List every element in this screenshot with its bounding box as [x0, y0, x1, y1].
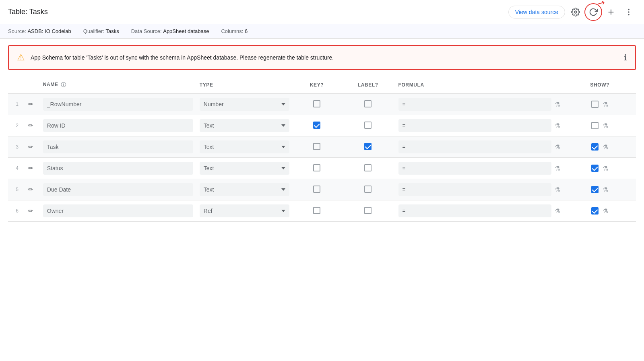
svg-point-5 [628, 14, 630, 15]
key-checkbox[interactable] [313, 164, 320, 171]
edit-icon-cell: ✏ [22, 200, 40, 222]
row-number: 3 [8, 136, 22, 158]
formula-input[interactable] [398, 204, 552, 217]
name-cell [40, 200, 196, 222]
edit-icon[interactable]: ✏ [28, 143, 33, 150]
key-checkbox[interactable] [313, 207, 320, 214]
label-cell [341, 136, 395, 158]
add-button[interactable] [604, 5, 618, 19]
formula-input[interactable] [398, 183, 552, 196]
flask-icon[interactable]: ⚗ [555, 186, 560, 194]
formula-input[interactable] [398, 140, 552, 153]
key-cell [293, 94, 341, 115]
show-cell: ⚗ [564, 158, 636, 179]
label-checkbox[interactable] [364, 186, 372, 193]
key-checkbox[interactable] [313, 100, 320, 107]
columns-table-container: NAME ⓘ TYPE KEY? LABEL? FORMULA SHOW? 1✏… [0, 76, 644, 222]
flask-icon[interactable]: ⚗ [555, 101, 560, 108]
show-checkbox[interactable] [591, 101, 599, 108]
show-checkbox[interactable] [591, 165, 599, 172]
th-name: NAME ⓘ [40, 76, 196, 94]
name-info-icon[interactable]: ⓘ [61, 82, 66, 88]
show-flask-icon[interactable]: ⚗ [603, 165, 608, 172]
show-flask-icon[interactable]: ⚗ [603, 143, 608, 151]
add-icon [607, 8, 615, 17]
show-flask-icon[interactable]: ⚗ [603, 122, 608, 130]
formula-input[interactable] [398, 162, 552, 175]
type-select[interactable]: TextNumberDateRefLongTextEmailDecimalYes… [200, 98, 289, 111]
formula-input[interactable] [398, 119, 552, 132]
th-row-num [8, 76, 22, 94]
edit-icon[interactable]: ✏ [28, 186, 33, 193]
name-input[interactable] [43, 119, 193, 132]
type-select[interactable]: TextNumberDateRefLongTextEmailDecimalYes… [200, 140, 289, 153]
label-cell [341, 158, 395, 179]
key-cell [293, 179, 341, 200]
label-checkbox[interactable] [364, 164, 372, 171]
key-checkbox[interactable] [313, 143, 320, 150]
key-cell [293, 158, 341, 179]
th-type: TYPE [196, 76, 293, 94]
label-cell [341, 115, 395, 136]
type-select[interactable]: TextNumberDateRefLongTextEmailDecimalYes… [200, 162, 289, 175]
alert-banner: ⚠ App Schema for table 'Tasks' is out of… [8, 45, 636, 70]
show-checkbox[interactable] [591, 122, 599, 129]
name-input[interactable] [43, 98, 193, 111]
type-select[interactable]: TextNumberDateRefLongTextEmailDecimalYes… [200, 183, 289, 196]
show-flask-icon[interactable]: ⚗ [603, 207, 608, 215]
show-flask-icon[interactable]: ⚗ [603, 101, 608, 108]
show-checkbox[interactable] [591, 143, 599, 151]
label-checkbox[interactable] [364, 100, 372, 107]
page-title: Table: Tasks [8, 8, 48, 16]
show-checkbox[interactable] [591, 207, 599, 215]
name-input[interactable] [43, 204, 193, 217]
settings-icon-button[interactable] [568, 5, 583, 19]
flask-icon[interactable]: ⚗ [555, 207, 560, 215]
label-checkbox[interactable] [364, 207, 372, 214]
formula-input[interactable] [398, 98, 552, 111]
edit-icon[interactable]: ✏ [28, 207, 33, 214]
edit-icon[interactable]: ✏ [28, 101, 33, 107]
key-cell [293, 200, 341, 222]
row-number: 4 [8, 158, 22, 179]
alert-message: App Schema for table 'Tasks' is out of s… [31, 54, 334, 61]
th-key: KEY? [293, 76, 341, 94]
data-source-info: Data Source: AppSheet database [131, 28, 209, 34]
settings-icon [571, 8, 580, 17]
row-number: 2 [8, 115, 22, 136]
type-cell: TextNumberDateRefLongTextEmailDecimalYes… [196, 179, 293, 200]
type-select[interactable]: TextNumberDateRefLongTextEmailDecimalYes… [200, 204, 289, 217]
name-cell [40, 115, 196, 136]
flask-icon[interactable]: ⚗ [555, 143, 560, 151]
formula-cell: ⚗ [395, 136, 564, 158]
edit-icon[interactable]: ✏ [28, 122, 33, 129]
show-checkbox[interactable] [591, 186, 599, 193]
refresh-button[interactable] [586, 5, 601, 19]
name-input[interactable] [43, 140, 193, 153]
flask-icon[interactable]: ⚗ [555, 122, 560, 130]
show-flask-icon[interactable]: ⚗ [603, 186, 608, 194]
edit-icon-cell: ✏ [22, 158, 40, 179]
name-input[interactable] [43, 162, 193, 175]
type-select[interactable]: TextNumberDateRefLongTextEmailDecimalYes… [200, 119, 289, 132]
th-show: SHOW? [564, 76, 636, 94]
flask-icon[interactable]: ⚗ [555, 165, 560, 172]
show-cell: ⚗ [564, 115, 636, 136]
type-cell: TextNumberDateRefLongTextEmailDecimalYes… [196, 158, 293, 179]
edit-icon[interactable]: ✏ [28, 165, 33, 171]
table-row: 1✏TextNumberDateRefLongTextEmailDecimalY… [8, 94, 636, 115]
key-checkbox[interactable] [313, 122, 320, 129]
edit-icon-cell: ✏ [22, 179, 40, 200]
alert-info-icon[interactable]: ℹ [624, 53, 627, 62]
type-cell: TextNumberDateRefLongTextEmailDecimalYes… [196, 136, 293, 158]
columns-table: NAME ⓘ TYPE KEY? LABEL? FORMULA SHOW? 1✏… [8, 76, 636, 222]
show-cell: ⚗ [564, 200, 636, 222]
name-input[interactable] [43, 183, 193, 196]
label-checkbox[interactable] [364, 122, 372, 129]
key-checkbox[interactable] [313, 186, 320, 193]
more-options-button[interactable] [621, 5, 636, 19]
subtitle-bar: Source: ASDB: IO Codelab Qualifier: Task… [0, 24, 644, 39]
view-data-source-button[interactable]: View data source [508, 6, 565, 19]
formula-cell: ⚗ [395, 94, 564, 115]
label-checkbox[interactable] [364, 143, 372, 150]
